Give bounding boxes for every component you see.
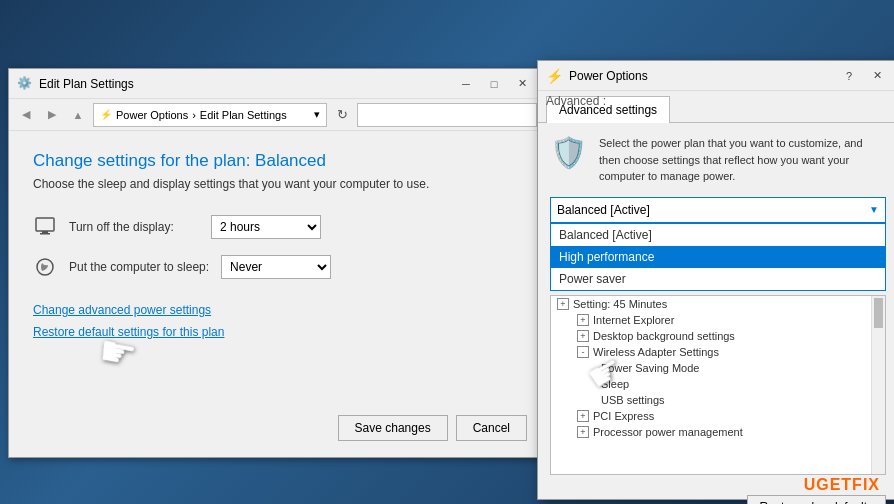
- plan-selector-area: Balanced [Active] ▼ Balanced [Active] Hi…: [550, 197, 886, 291]
- plan-dropdown-menu: Balanced [Active] High performance Power…: [550, 223, 886, 291]
- minimize-button[interactable]: ─: [453, 74, 479, 94]
- shield-icon: 🛡️: [550, 135, 587, 170]
- tree-expand-1[interactable]: +: [577, 314, 589, 326]
- tree-label-1: Internet Explorer: [593, 314, 674, 326]
- sleep-label: Put the computer to sleep:: [69, 260, 209, 274]
- power-title-icon: ⚡: [546, 68, 563, 84]
- power-help-button[interactable]: ?: [836, 66, 862, 86]
- content-area: Change settings for the plan: Balanced C…: [9, 131, 543, 367]
- tree-item-4: Power Saving Mode: [551, 360, 871, 376]
- tree-scroll-thumb[interactable]: [874, 298, 883, 328]
- up-button[interactable]: ▲: [67, 104, 89, 126]
- tree-expand-0[interactable]: +: [557, 298, 569, 310]
- edit-plan-title: Edit Plan Settings: [39, 77, 453, 91]
- power-desc-text: Select the power plan that you want to c…: [599, 135, 886, 185]
- breadcrumb-icon: ⚡: [100, 109, 112, 120]
- tree-expand-4: [585, 362, 597, 374]
- restore-plan-button[interactable]: Restore plan defaults: [747, 495, 886, 505]
- tree-label-7: PCI Express: [593, 410, 654, 422]
- svg-rect-0: [36, 218, 54, 231]
- plan-option-balanced[interactable]: Balanced [Active]: [551, 224, 885, 246]
- plan-dropdown-value: Balanced [Active]: [557, 203, 650, 217]
- tree-expand-7[interactable]: +: [577, 410, 589, 422]
- tree-item-1: + Internet Explorer: [551, 312, 871, 328]
- branding: UGETFIX: [804, 476, 880, 494]
- sleep-icon: [33, 255, 57, 279]
- edit-plan-icon: ⚙️: [17, 76, 33, 92]
- plan-dropdown[interactable]: Balanced [Active] ▼: [550, 197, 886, 223]
- forward-button[interactable]: ▶: [41, 104, 63, 126]
- power-content: 🛡️ Select the power plan that you want t…: [538, 123, 894, 487]
- settings-tree: + Setting: 45 Minutes + Internet Explore…: [550, 295, 886, 475]
- monitor-icon: [33, 215, 57, 239]
- tree-item-8: + Processor power management: [551, 424, 871, 440]
- search-input[interactable]: [357, 103, 537, 127]
- plan-option-power-saver[interactable]: Power saver: [551, 268, 885, 290]
- link-section: Change advanced power settings Restore d…: [33, 303, 519, 339]
- page-subtitle: Choose the sleep and display settings th…: [33, 177, 519, 191]
- tree-item-6: USB settings: [551, 392, 871, 408]
- tree-expand-2[interactable]: +: [577, 330, 589, 342]
- plan-option-high-performance[interactable]: High performance: [551, 246, 885, 268]
- edit-plan-titlebar: ⚙️ Edit Plan Settings ─ □ ✕: [9, 69, 543, 99]
- refresh-button[interactable]: ↻: [331, 104, 353, 126]
- breadcrumb-item-2[interactable]: Edit Plan Settings: [200, 109, 287, 121]
- sleep-select[interactable]: Never 1 hour: [221, 255, 331, 279]
- tree-expand-3[interactable]: -: [577, 346, 589, 358]
- edit-plan-window: ⚙️ Edit Plan Settings ─ □ ✕ ◀ ▶ ▲ ⚡ Powe…: [8, 68, 544, 458]
- breadcrumb-item-1[interactable]: Power Options: [116, 109, 188, 121]
- tree-item-5: Sleep: [551, 376, 871, 392]
- back-button[interactable]: ◀: [15, 104, 37, 126]
- svg-rect-2: [40, 233, 50, 235]
- tree-expand-8[interactable]: +: [577, 426, 589, 438]
- page-title: Change settings for the plan: Balanced: [33, 151, 519, 171]
- tree-scrollbar[interactable]: [871, 296, 885, 474]
- tree-label-3: Wireless Adapter Settings: [593, 346, 719, 358]
- tree-item-2: + Desktop background settings: [551, 328, 871, 344]
- chevron-down-icon: ▼: [869, 204, 879, 215]
- display-label: Turn off the display:: [69, 220, 199, 234]
- power-close-button[interactable]: ✕: [864, 66, 890, 86]
- maximize-button[interactable]: □: [481, 74, 507, 94]
- power-options-window: ⚡ Power Options ? ✕ Advanced settings 🛡️…: [537, 60, 894, 500]
- power-description: 🛡️ Select the power plan that you want t…: [550, 135, 886, 185]
- svg-rect-1: [42, 231, 48, 233]
- power-titlebar: ⚡ Power Options ? ✕: [538, 61, 894, 91]
- tree-label-6: USB settings: [601, 394, 665, 406]
- nav-bar: ◀ ▶ ▲ ⚡ Power Options › Edit Plan Settin…: [9, 99, 543, 131]
- window-controls: ─ □ ✕: [453, 74, 535, 94]
- close-button[interactable]: ✕: [509, 74, 535, 94]
- tree-label-4: Power Saving Mode: [601, 362, 699, 374]
- tree-label-8: Processor power management: [593, 426, 743, 438]
- tree-label-5: Sleep: [601, 378, 629, 390]
- tree-item-3: - Wireless Adapter Settings: [551, 344, 871, 360]
- tree-item-7: + PCI Express: [551, 408, 871, 424]
- power-title: Power Options: [569, 69, 836, 83]
- advanced-label: Advanced :: [546, 94, 606, 108]
- tree-label-0: Setting: 45 Minutes: [573, 298, 667, 310]
- save-changes-button[interactable]: Save changes: [338, 415, 448, 441]
- tree-item-0: + Setting: 45 Minutes: [551, 296, 871, 312]
- tree-label-2: Desktop background settings: [593, 330, 735, 342]
- sleep-setting-row: Put the computer to sleep: Never 1 hour: [33, 255, 519, 279]
- power-window-controls: ? ✕: [836, 66, 890, 86]
- advanced-settings-link[interactable]: Change advanced power settings: [33, 303, 519, 317]
- display-select[interactable]: 2 hours Never: [211, 215, 321, 239]
- brand-text-fix: FIX: [852, 476, 880, 493]
- action-buttons: Save changes Cancel: [338, 415, 527, 441]
- brand-text-ug: UG: [804, 476, 830, 493]
- breadcrumb: ⚡ Power Options › Edit Plan Settings ▾: [93, 103, 327, 127]
- cancel-button[interactable]: Cancel: [456, 415, 527, 441]
- restore-defaults-link[interactable]: Restore default settings for this plan: [33, 325, 519, 339]
- display-setting-row: Turn off the display: 2 hours Never: [33, 215, 519, 239]
- brand-text-et: ET: [830, 476, 852, 493]
